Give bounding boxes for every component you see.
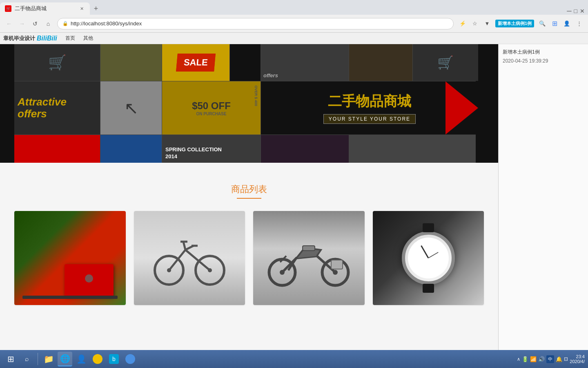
banner-cell-r1c1: 🛒 (14, 44, 100, 81)
your-style: YOUR STYLE YOUR STORE (323, 114, 416, 124)
product-card-watch[interactable] (373, 211, 484, 305)
address-text: http://localhost:8080/sys/index (71, 20, 142, 27)
star-button[interactable]: ☆ (469, 18, 481, 29)
system-icon-1: 🔋 (522, 356, 528, 362)
banner-cell-r1c2 (100, 44, 162, 81)
attractive-offers-text: Attractive offers (14, 81, 100, 135)
date-display: 2020/4/ (570, 359, 585, 364)
tab-bar: 🛒 二手物品商城 ✕ + ─ □ ✕ (0, 0, 588, 15)
svg-rect-14 (303, 246, 315, 251)
search-button[interactable]: 🔍 (537, 18, 548, 29)
bookmark-other[interactable]: 其他 (80, 34, 96, 43)
home-button[interactable]: ⌂ (42, 18, 54, 29)
notification-text: 新增本土病例1例 2020-04-25 19:39:29 (503, 48, 584, 65)
banner-area: 🛒 SALE offers 🛒 (0, 44, 498, 163)
banner-cell-r1c3: SALE (162, 44, 229, 81)
search-button-taskbar[interactable]: ⌕ (20, 352, 34, 366)
start-button[interactable]: ⊞ (3, 352, 18, 366)
browser-toolbar: ← → ↺ ⌂ 🔒 http://localhost:8080/sys/inde… (0, 15, 588, 33)
bike-icon (149, 225, 230, 291)
system-icon-3: 🔊 (538, 356, 545, 362)
svg-line-5 (185, 250, 210, 270)
notification-title: 新增本土病例1例 (503, 48, 584, 56)
banner-cell-r3c1 (14, 135, 100, 163)
browser-chrome: 🛒 二手物品商城 ✕ + ─ □ ✕ ← → ↺ ⌂ 🔒 http://loca… (0, 0, 588, 44)
system-icon-2: 📶 (530, 356, 537, 362)
product-section: 商品列表 (0, 175, 498, 313)
bilibili-label: 新增本土病例1例 (498, 20, 532, 27)
settings-button[interactable]: ⋮ (573, 18, 585, 29)
banner-cell-r1c6 (349, 44, 412, 81)
banner-cell-r1c7: 🛒 (413, 44, 478, 81)
minimize-icon[interactable]: ─ (567, 7, 571, 15)
taskbar-app-wave[interactable]: b (107, 352, 121, 366)
taskbar-app-files[interactable]: 📁 (41, 352, 56, 366)
show-hidden-icon[interactable]: ∧ (517, 357, 520, 362)
system-icons: ∧ 🔋 📶 🔊 中 🔔 ⊡ (517, 355, 568, 363)
over-text: OVER $ 400 (254, 85, 258, 106)
product-img-bicycle (134, 211, 245, 305)
banner-cell-r2c3-50off: $50 OFF ON PURCHASE OVER $ 400 (162, 81, 261, 135)
spring-year: 2014 (165, 153, 222, 160)
bilibili-extension[interactable]: 新增本土病例1例 (495, 20, 534, 27)
taskbar-time: 23:4 2020/4/ (570, 354, 585, 364)
maximize-icon[interactable]: □ (574, 8, 577, 14)
back-button[interactable]: ← (3, 18, 15, 29)
right-notification-panel: 新增本土病例1例 2020-04-25 19:39:29 (498, 44, 588, 350)
lightning-icon[interactable]: ⚡ (457, 18, 468, 29)
product-card-laptop[interactable] (14, 211, 126, 305)
on-purchase: ON PURCHASE (192, 112, 231, 116)
toolbar-right-buttons: ⚡ ☆ ▼ 新增本土病例1例 🔍 ⊞ 👤 ⋮ (457, 18, 585, 29)
taskbar-app-browser[interactable]: 🌐 (58, 352, 72, 366)
section-divider (237, 198, 261, 199)
notification-date: 2020-04-25 19:39:29 (503, 57, 584, 65)
bookmarks-bar: 章机毕业设计 BiliBili 首页 其他 (0, 33, 588, 44)
profile-button[interactable]: 👤 (561, 18, 572, 29)
refresh-button[interactable]: ↺ (29, 18, 41, 29)
system-tray: ∧ 🔋 📶 🔊 中 🔔 ⊡ 23:4 2020/4/ (517, 354, 585, 364)
new-tab-button[interactable]: + (90, 2, 102, 15)
time-display: 23:4 (570, 354, 585, 359)
active-tab[interactable]: 🛒 二手物品商城 ✕ (0, 2, 90, 15)
main-content: 🛒 SALE offers 🛒 (0, 44, 498, 350)
banner-cell-r3c3-spring: SPRING COLLECTION 2014 (162, 135, 261, 163)
product-card-bicycle[interactable] (134, 211, 245, 305)
banner-cell-r2c2-cursor: ↖ (100, 81, 162, 135)
forward-button[interactable]: → (16, 18, 28, 29)
address-bar[interactable]: 🔒 http://localhost:8080/sys/index (57, 18, 454, 29)
product-img-laptop (14, 211, 126, 305)
language-indicator[interactable]: 中 (546, 355, 554, 363)
tab-close-button[interactable]: ✕ (78, 5, 85, 12)
banner-cell-r1c4 (230, 44, 261, 81)
spring-collection: SPRING COLLECTION (165, 146, 222, 153)
store-name: 二手物品商城 (323, 92, 416, 111)
section-title: 商品列表 (14, 183, 484, 195)
product-img-watch (373, 211, 484, 305)
close-icon[interactable]: ✕ (580, 8, 585, 14)
motorcycle-icon (264, 225, 354, 291)
tab-favicon: 🛒 (5, 5, 11, 12)
extensions-button[interactable]: ⊞ (549, 18, 560, 29)
spacer (0, 163, 498, 175)
banner-mosaic: 🛒 SALE offers 🛒 (14, 44, 476, 163)
network-icon[interactable]: ⊡ (564, 356, 568, 362)
banner-cell-r3c4 (261, 135, 349, 163)
svg-line-7 (183, 242, 185, 250)
taskbar-app-user[interactable]: 👤 (74, 352, 89, 366)
collections-button[interactable]: ▼ (481, 18, 493, 29)
address-lock-icon: 🔒 (62, 21, 68, 26)
bookmark-home[interactable]: 首页 (62, 34, 78, 43)
notification-icon[interactable]: 🔔 (556, 356, 562, 362)
tab-title: 二手物品商城 (15, 5, 47, 12)
taskbar-app-circle-yellow[interactable] (90, 352, 105, 366)
product-card-motorcycle[interactable] (253, 211, 365, 305)
taskbar-divider-1 (38, 353, 38, 365)
taskbar: ⊞ ⌕ 📁 🌐 👤 b ∧ 🔋 📶 🔊 中 🔔 ⊡ 23:4 2020/4/ (0, 350, 588, 368)
product-img-motorcycle (253, 211, 365, 305)
banner-cell-r2c1-attractive: Attractive offers (14, 81, 100, 135)
taskbar-app-circle-blue[interactable] (123, 352, 138, 366)
off-text: $50 OFF (192, 100, 231, 112)
svg-rect-16 (331, 260, 343, 269)
banner-cell-r2c5-main: 二手物品商城 YOUR STYLE YOUR STORE (261, 81, 478, 135)
banner-cell-r3c2 (100, 135, 162, 163)
